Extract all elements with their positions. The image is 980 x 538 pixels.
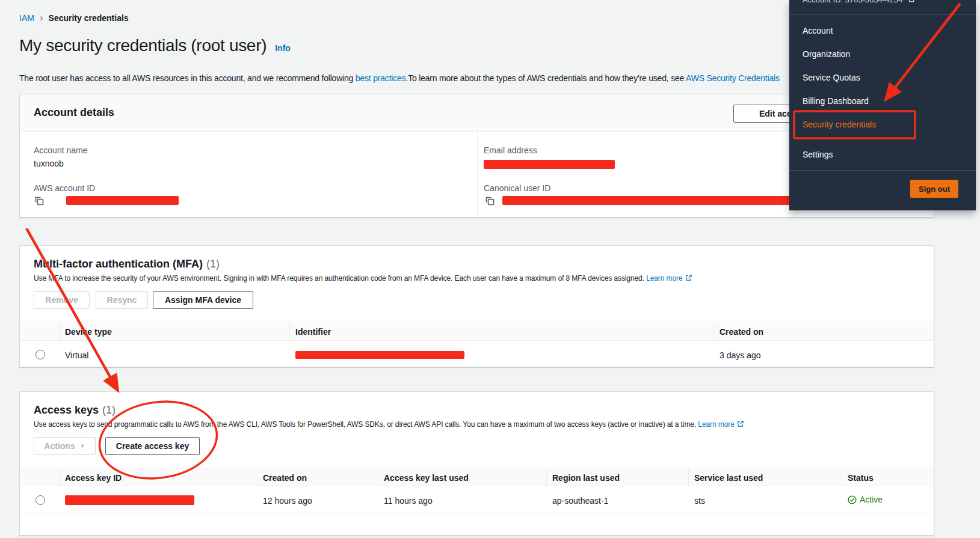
mfa-created-on-cell: 3 days ago (720, 350, 761, 360)
menu-item-billing-dashboard[interactable]: Billing Dashboard (789, 90, 976, 113)
access-keys-title: Access keys(1) (34, 404, 116, 417)
breadcrumb: IAM › Security credentials (19, 13, 129, 23)
check-circle-icon (848, 495, 857, 504)
menu-account-id: Account ID: 3703-3654-4254 (803, 0, 914, 4)
column-separator (289, 322, 290, 341)
access-keys-learn-more-link[interactable]: Learn more (698, 420, 734, 429)
canonical-user-id-label: Canonical user ID (484, 183, 550, 193)
menu-account-id-text: Account ID: 3703-3654-4254 (803, 0, 902, 4)
column-separator (59, 322, 60, 341)
mfa-table-header (20, 322, 934, 341)
mfa-description: Use MFA to increase the security of your… (34, 274, 692, 283)
account-name-label: Account name (34, 145, 88, 155)
access-keys-count: (1) (102, 404, 116, 416)
column-separator (257, 468, 257, 486)
aws-account-id-redacted-value (66, 196, 179, 205)
mfa-title-text: Multi-factor authentication (MFA) (34, 258, 203, 270)
intro-text-1: The root user has access to all AWS reso… (19, 73, 356, 83)
column-separator (842, 468, 842, 486)
external-link-icon (737, 420, 744, 429)
caret-down-icon: ▼ (80, 443, 85, 449)
status-badge: Active (848, 495, 883, 504)
aws-account-id-label: AWS account ID (34, 183, 95, 193)
status-text: Active (860, 495, 883, 504)
page-title: My security credentials (root user) (19, 36, 267, 55)
mfa-identifier-redacted-value (295, 351, 464, 359)
breadcrumb-link-iam[interactable]: IAM (19, 13, 34, 23)
account-details-title: Account details (34, 106, 114, 119)
menu-item-service-quotas[interactable]: Service Quotas (789, 66, 976, 90)
mfa-row-radio[interactable] (35, 350, 45, 359)
best-practices-link[interactable]: best practices. (356, 73, 408, 83)
region-last-used-cell: ap-southeast-1 (552, 496, 608, 506)
mfa-header-created-on: Created on (720, 327, 763, 337)
email-address-label: Email address (484, 145, 537, 155)
column-separator (59, 468, 60, 486)
menu-item-organization[interactable]: Organization (789, 43, 976, 66)
menu-item-settings[interactable]: Settings (789, 143, 976, 167)
access-key-last-used-cell: 11 hours ago (384, 496, 433, 506)
info-link[interactable]: Info (275, 43, 291, 53)
copy-icon[interactable] (907, 0, 914, 4)
intro-text-2: To learn more about the types of AWS cre… (408, 73, 686, 83)
mfa-header-device-type: Device type (65, 327, 112, 337)
header-access-key-last-used: Access key last used (384, 473, 469, 483)
mfa-count: (1) (206, 258, 220, 270)
resync-mfa-button[interactable]: Resync (96, 291, 148, 309)
column-separator (688, 468, 689, 486)
mfa-panel: Multi-factor authentication (MFA)(1) Use… (19, 245, 934, 367)
header-created-on: Created on (263, 473, 307, 483)
copy-icon[interactable] (485, 196, 495, 206)
access-keys-table-header (20, 468, 934, 486)
actions-label: Actions (44, 441, 75, 451)
header-region-last-used: Region last used (552, 473, 620, 483)
external-link-icon (685, 274, 692, 283)
actions-dropdown-button[interactable]: Actions▼ (34, 437, 96, 455)
account-dropdown-menu: Account ID: 3703-3654-4254 Account Organ… (789, 0, 976, 210)
account-name-value: tuxnoob (34, 159, 64, 168)
chevron-right-icon: › (40, 14, 43, 22)
header-status: Status (848, 473, 874, 483)
mfa-header-identifier: Identifier (295, 327, 331, 337)
assign-mfa-device-button[interactable]: Assign MFA device (153, 291, 253, 309)
menu-item-security-credentials[interactable]: Security credentials (789, 113, 976, 136)
menu-divider (789, 170, 976, 171)
column-separator (378, 468, 378, 486)
copy-icon[interactable] (34, 196, 44, 206)
access-key-id-redacted-value (65, 495, 194, 505)
column-divider (477, 132, 478, 217)
aws-console-security-credentials-page: IAM › Security credentials My security c… (0, 0, 980, 538)
menu-divider (789, 14, 976, 15)
mfa-title: Multi-factor authentication (MFA)(1) (34, 258, 220, 271)
mfa-device-type-cell: Virtual (65, 350, 88, 360)
breadcrumb-current: Security credentials (49, 13, 129, 23)
sign-out-button[interactable]: Sign out (910, 180, 958, 198)
access-keys-description-text: Use access keys to send programmatic cal… (34, 420, 696, 429)
menu-item-account[interactable]: Account (789, 19, 976, 43)
access-keys-description: Use access keys to send programmatic cal… (34, 420, 744, 429)
canonical-user-id-redacted-value (502, 196, 813, 205)
mfa-description-text: Use MFA to increase the security of your… (34, 274, 644, 283)
header-access-key-id: Access key ID (65, 473, 122, 483)
page-title-row: My security credentials (root user) Info (19, 36, 291, 55)
column-separator (546, 468, 547, 486)
email-address-redacted-value (484, 160, 615, 169)
remove-mfa-button[interactable]: Remove (34, 291, 90, 309)
access-key-row-radio[interactable] (35, 495, 45, 505)
mfa-learn-more-link[interactable]: Learn more (646, 274, 682, 283)
access-keys-panel: Access keys(1) Use access keys to send p… (19, 391, 934, 536)
row-separator (20, 513, 934, 513)
aws-security-credentials-link[interactable]: AWS Security Credentials (686, 73, 780, 83)
service-last-used-cell: sts (694, 496, 705, 506)
create-access-key-button[interactable]: Create access key (105, 437, 200, 455)
column-separator (713, 322, 714, 341)
access-keys-title-text: Access keys (34, 404, 99, 416)
header-service-last-used: Service last used (694, 473, 763, 483)
created-on-cell: 12 hours ago (263, 496, 312, 506)
